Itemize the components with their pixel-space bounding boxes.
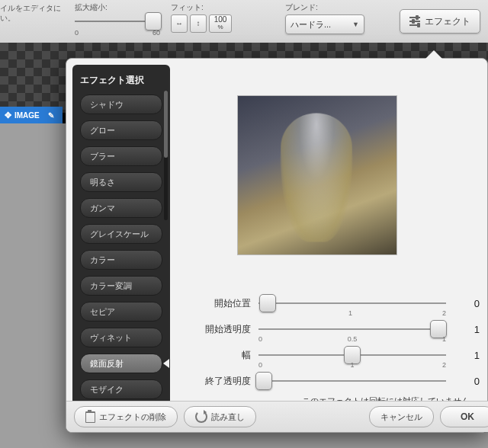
slider-value: 1 [446, 324, 480, 335]
fit-group: フィット: ↔ ↕ 100% [171, 0, 232, 33]
slider-track[interactable]: 00.51 [258, 322, 446, 337]
effect-pill-8[interactable]: セピア [80, 302, 162, 322]
effect-sidebar: エフェクト選択 シャドウグローブラー明るさガンマグレイスケールカラーカラー変調セ… [72, 65, 170, 406]
slider-row-3: 終了透明度0 [185, 368, 480, 394]
fit-vertical-button[interactable]: ↕ [190, 14, 207, 33]
effect-pill-4[interactable]: ガンマ [80, 198, 162, 218]
slider-row-1: 開始透明度00.511 [185, 316, 480, 342]
slider-label: 開始透明度 [185, 323, 258, 336]
slider-value: 0 [446, 298, 480, 309]
slider-value: 1 [446, 350, 480, 361]
effect-button[interactable]: エフェクト [400, 9, 480, 34]
slider-row-2: 幅0121 [185, 342, 480, 368]
zoom-thumb[interactable] [145, 12, 162, 30]
effect-panel: エフェクト選択 シャドウグローブラー明るさガンマグレイスケールカラーカラー変調セ… [66, 58, 488, 433]
reload-icon [195, 411, 207, 423]
trash-icon [85, 411, 95, 423]
effect-pill-2[interactable]: ブラー [80, 146, 162, 166]
effect-pill-0[interactable]: シャドウ [80, 94, 162, 114]
sidebar-title: エフェクト選択 [72, 71, 170, 94]
zoom-slider[interactable] [75, 14, 160, 28]
effect-sliders: 開始位置120開始透明度00.511幅0121終了透明度0 [185, 290, 480, 394]
effect-pill-6[interactable]: カラー [80, 250, 162, 270]
top-toolbar: イルをエディタに い。 拡大縮小: 060 フィット: ↔ ↕ 100% ブレン… [0, 0, 488, 43]
reset-button[interactable]: 読み直し [184, 406, 256, 427]
effect-pill-1[interactable]: グロー [80, 120, 162, 140]
blend-label: ブレンド: [285, 2, 364, 13]
preview-image [237, 95, 397, 255]
cancel-button[interactable]: キャンセル [369, 406, 434, 427]
image-tab[interactable]: ✥ IMAGE ✎ [0, 107, 63, 123]
blend-group: ブレンド: ハードラ... ▼ [285, 0, 364, 34]
slider-row-0: 開始位置120 [185, 290, 480, 316]
move-icon: ✥ [5, 110, 11, 120]
slider-track[interactable]: 12 [258, 296, 446, 311]
delete-effect-button[interactable]: エフェクトの削除 [74, 406, 178, 427]
effect-pill-9[interactable]: ヴィネット [80, 328, 162, 347]
effect-pill-3[interactable]: 明るさ [80, 172, 162, 192]
slider-label: 終了透明度 [185, 375, 258, 388]
slider-value: 0 [446, 376, 480, 387]
slider-label: 幅 [185, 349, 258, 362]
slider-thumb[interactable] [255, 372, 272, 390]
fit-horizontal-button[interactable]: ↔ [171, 14, 188, 33]
panel-footer: エフェクトの削除 読み直し キャンセル OK [66, 401, 488, 432]
sidebar-scrollbar[interactable] [164, 91, 168, 220]
fit-100-button[interactable]: 100% [209, 14, 232, 33]
effect-pill-11[interactable]: モザイク [80, 379, 162, 399]
blend-value: ハードラ... [291, 19, 331, 30]
zoom-group: 拡大縮小: 060 [75, 0, 160, 37]
chevron-down-icon: ▼ [352, 21, 359, 28]
fit-label: フィット: [171, 2, 232, 13]
sidebar-scroll-thumb[interactable] [164, 91, 168, 158]
zoom-label: 拡大縮小: [75, 2, 160, 13]
slider-label: 開始位置 [185, 297, 258, 310]
sliders-icon [409, 17, 420, 26]
effect-pill-7[interactable]: カラー変調 [80, 276, 162, 296]
ok-button[interactable]: OK [440, 406, 488, 427]
hint-text: イルをエディタに い。 [0, 0, 64, 23]
effect-pill-5[interactable]: グレイスケール [80, 224, 162, 244]
slider-track[interactable]: 012 [258, 347, 446, 363]
blend-select[interactable]: ハードラ... ▼ [285, 14, 364, 34]
effect-pill-10[interactable]: 鏡面反射 [80, 354, 162, 373]
edit-icon[interactable]: ✎ [44, 108, 58, 122]
slider-track[interactable] [258, 373, 446, 389]
